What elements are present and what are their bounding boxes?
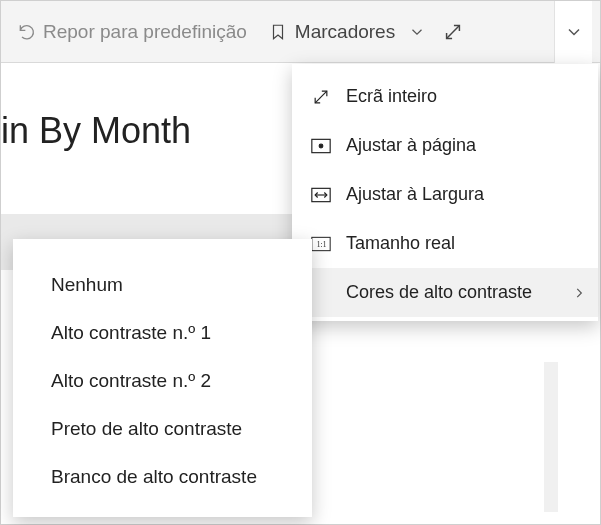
toolbar: Repor para predefinição Marcadores [1,1,600,63]
undo-icon [17,22,37,42]
high-contrast-submenu: Nenhum Alto contraste n.º 1 Alto contras… [13,239,312,517]
menu-item-label: Cores de alto contraste [346,282,558,303]
submenu-item-hc1[interactable]: Alto contraste n.º 1 [13,309,312,357]
submenu-item-label: Preto de alto contraste [51,418,242,440]
submenu-item-label: Nenhum [51,274,123,296]
submenu-item-label: Alto contraste n.º 2 [51,370,211,392]
fit-width-icon [310,187,332,203]
submenu-item-hc-black[interactable]: Preto de alto contraste [13,405,312,453]
menu-item-label: Ecrã inteiro [346,86,586,107]
chevron-down-icon [564,22,584,42]
submenu-item-label: Alto contraste n.º 1 [51,322,211,344]
menu-item-fit-to-width[interactable]: Ajustar à Largura [292,170,598,219]
submenu-item-label: Branco de alto contraste [51,466,257,488]
reset-label: Repor para predefinição [43,21,247,43]
menu-item-label: Ajustar à página [346,135,586,156]
menu-item-actual-size[interactable]: 1:1 Tamanho real [292,219,598,268]
svg-line-1 [315,91,327,103]
vertical-scrollbar[interactable] [544,362,558,512]
reset-to-default-button[interactable]: Repor para predefinição [17,21,247,43]
app-frame: Repor para predefinição Marcadores [0,0,601,525]
bookmarks-label: Marcadores [295,21,395,43]
fullscreen-icon [310,87,332,107]
bookmarks-dropdown-caret[interactable] [403,23,431,41]
view-options-dropdown-button[interactable] [554,1,592,63]
submenu-item-hc-white[interactable]: Branco de alto contraste [13,453,312,501]
submenu-item-hc2[interactable]: Alto contraste n.º 2 [13,357,312,405]
svg-line-0 [447,25,460,38]
view-options-menu: Ecrã inteiro Ajustar à página Ajustar [292,64,598,321]
svg-text:1:1: 1:1 [317,240,327,249]
fullscreen-button[interactable] [439,21,467,43]
submenu-item-none[interactable]: Nenhum [13,261,312,309]
chevron-right-icon [572,286,586,300]
bookmark-icon [269,21,287,43]
svg-point-3 [319,144,323,148]
page-title: in By Month [1,110,191,152]
actual-size-icon: 1:1 [310,236,332,252]
menu-item-fit-to-page[interactable]: Ajustar à página [292,121,598,170]
menu-item-fullscreen[interactable]: Ecrã inteiro [292,72,598,121]
menu-item-label: Tamanho real [346,233,586,254]
fit-page-icon [310,138,332,154]
menu-item-label: Ajustar à Largura [346,184,586,205]
menu-item-high-contrast-colors[interactable]: Cores de alto contraste [292,268,598,317]
bookmarks-button[interactable]: Marcadores [269,21,395,43]
